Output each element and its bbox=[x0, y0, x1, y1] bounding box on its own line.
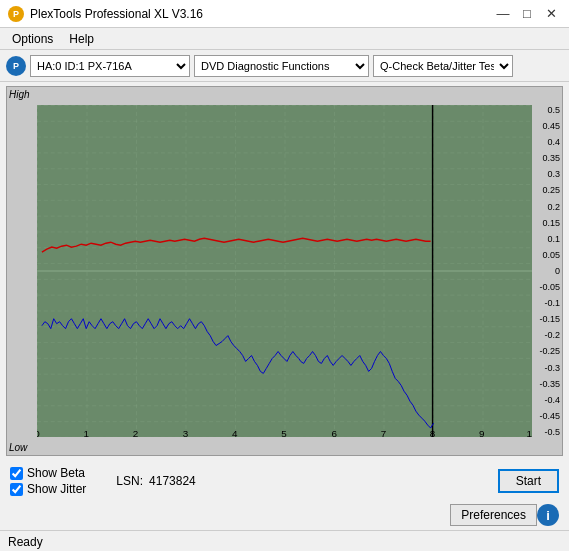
maximize-button[interactable]: □ bbox=[517, 6, 537, 22]
lsn-section: LSN: 4173824 bbox=[116, 474, 195, 488]
svg-text:10: 10 bbox=[527, 428, 532, 437]
chart-low-label: Low bbox=[9, 442, 27, 453]
chart-container: High Low 0.5 0.45 0.4 0.35 0.3 0.25 0.2 … bbox=[6, 86, 563, 456]
svg-text:8: 8 bbox=[430, 428, 436, 437]
lsn-label: LSN: bbox=[116, 474, 143, 488]
footer-right: Start bbox=[498, 469, 559, 493]
menu-help[interactable]: Help bbox=[61, 30, 102, 48]
minimize-button[interactable]: — bbox=[493, 6, 513, 22]
svg-text:9: 9 bbox=[479, 428, 485, 437]
y-axis-right: 0.5 0.45 0.4 0.35 0.3 0.25 0.2 0.15 0.1 … bbox=[539, 105, 560, 437]
show-beta-row: Show Beta bbox=[10, 466, 86, 480]
svg-text:7: 7 bbox=[381, 428, 386, 437]
status-text: Ready bbox=[8, 535, 43, 549]
show-jitter-checkbox[interactable] bbox=[10, 483, 23, 496]
app-icon: P bbox=[8, 6, 24, 22]
svg-text:1: 1 bbox=[83, 428, 89, 437]
title-controls: — □ ✕ bbox=[493, 6, 561, 22]
lsn-value: 4173824 bbox=[149, 474, 196, 488]
footer2: Preferences i bbox=[0, 502, 569, 530]
svg-text:3: 3 bbox=[183, 428, 189, 437]
svg-text:4: 4 bbox=[232, 428, 238, 437]
status-bar: Ready bbox=[0, 530, 569, 551]
checkbox-group: Show Beta Show Jitter bbox=[10, 466, 86, 496]
show-beta-label: Show Beta bbox=[27, 466, 85, 480]
test-select[interactable]: Q-Check Beta/Jitter Test bbox=[373, 55, 513, 77]
close-button[interactable]: ✕ bbox=[541, 6, 561, 22]
chart-plot: 0 1 2 3 4 5 6 7 8 9 10 bbox=[37, 105, 532, 437]
window-title: PlexTools Professional XL V3.16 bbox=[30, 7, 203, 21]
info-button[interactable]: i bbox=[537, 504, 559, 526]
title-bar: P PlexTools Professional XL V3.16 — □ ✕ bbox=[0, 0, 569, 28]
footer: Show Beta Show Jitter LSN: 4173824 Start bbox=[0, 460, 569, 502]
show-jitter-label: Show Jitter bbox=[27, 482, 86, 496]
menu-options[interactable]: Options bbox=[4, 30, 61, 48]
svg-text:6: 6 bbox=[331, 428, 337, 437]
svg-text:5: 5 bbox=[281, 428, 287, 437]
svg-text:2: 2 bbox=[133, 428, 138, 437]
show-jitter-row: Show Jitter bbox=[10, 482, 86, 496]
chart-high-label: High bbox=[9, 89, 30, 100]
show-beta-checkbox[interactable] bbox=[10, 467, 23, 480]
drive-icon: P bbox=[6, 56, 26, 76]
title-left: P PlexTools Professional XL V3.16 bbox=[8, 6, 203, 22]
function-select[interactable]: DVD Diagnostic Functions bbox=[194, 55, 369, 77]
drive-select[interactable]: HA:0 ID:1 PX-716A bbox=[30, 55, 190, 77]
start-button[interactable]: Start bbox=[498, 469, 559, 493]
preferences-button[interactable]: Preferences bbox=[450, 504, 537, 526]
toolbar: P HA:0 ID:1 PX-716A DVD Diagnostic Funct… bbox=[0, 50, 569, 82]
menu-bar: Options Help bbox=[0, 28, 569, 50]
chart-svg: 0 1 2 3 4 5 6 7 8 9 10 bbox=[37, 105, 532, 437]
